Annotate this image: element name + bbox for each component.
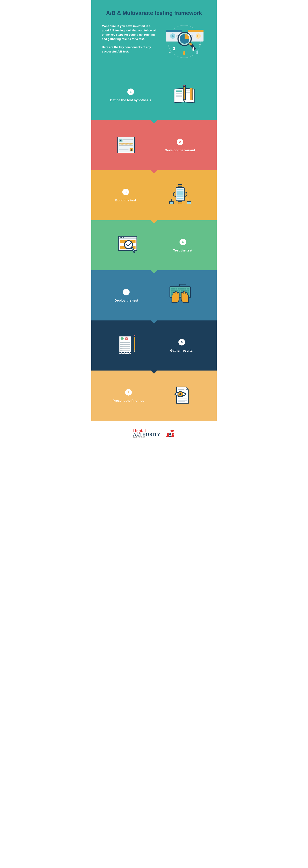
- svg-rect-74: [171, 288, 173, 289]
- step-2-label: Develop the variant: [165, 148, 195, 152]
- svg-point-66: [120, 237, 120, 238]
- step-6: 6 Gather results.: [170, 339, 193, 352]
- hero-title: A/B & Multivariate testing framework: [102, 10, 206, 16]
- svg-rect-89: [188, 290, 189, 291]
- svg-rect-21: [173, 49, 175, 50]
- svg-rect-37: [183, 87, 186, 99]
- svg-point-68: [123, 237, 124, 238]
- browser-check-icon: [116, 233, 142, 257]
- svg-text:+: +: [121, 337, 123, 340]
- svg-rect-112: [120, 348, 122, 349]
- az-document-icon: A Z: [113, 133, 139, 157]
- svg-rect-105: [125, 338, 128, 339]
- step-3: 3 Build the test: [115, 189, 136, 202]
- svg-point-28: [169, 52, 170, 53]
- svg-rect-75: [173, 288, 175, 289]
- svg-rect-45: [123, 140, 133, 141]
- step-5: 5 Deploy the test: [115, 289, 138, 302]
- svg-rect-111: [122, 346, 130, 347]
- svg-rect-77: [178, 288, 179, 289]
- svg-point-128: [170, 430, 174, 432]
- svg-rect-2: [166, 30, 182, 32]
- svg-rect-62: [169, 202, 173, 204]
- step-4: 4 Test the test: [173, 239, 192, 252]
- svg-point-125: [167, 433, 169, 435]
- svg-rect-53: [177, 189, 184, 190]
- svg-point-127: [172, 433, 174, 435]
- svg-rect-121: [178, 400, 187, 401]
- svg-rect-31: [176, 93, 182, 94]
- svg-rect-114: [120, 350, 122, 351]
- step-1: 1 Define the test hypothesis: [110, 89, 151, 102]
- step-7-section: 7 Present the findings: [91, 371, 217, 421]
- svg-point-126: [169, 433, 171, 435]
- footer: Digital AUTHORITY PARTNERS: [91, 421, 217, 446]
- svg-text:A: A: [172, 34, 174, 38]
- svg-rect-23: [183, 53, 185, 55]
- step-3-section: 3 Build the test: [91, 170, 217, 220]
- step-7-number: 7: [125, 389, 132, 396]
- step-4-number: 4: [179, 239, 186, 245]
- svg-rect-55: [177, 193, 184, 195]
- svg-point-67: [121, 237, 122, 238]
- step-3-label: Build the test: [115, 198, 136, 202]
- svg-point-20: [173, 47, 175, 49]
- svg-rect-106: [120, 342, 122, 343]
- svg-rect-25: [193, 49, 194, 51]
- step-2: 2 Develop the variant: [165, 138, 195, 152]
- svg-point-29: [199, 44, 201, 45]
- svg-rect-118: [134, 335, 136, 337]
- svg-rect-39: [183, 85, 186, 87]
- svg-rect-109: [122, 344, 130, 345]
- svg-rect-113: [122, 348, 130, 348]
- hero-illustration: A B: [162, 24, 206, 59]
- svg-rect-85: [179, 290, 180, 291]
- svg-rect-50: [119, 147, 131, 147]
- svg-rect-76: [175, 288, 177, 289]
- svg-rect-60: [178, 202, 182, 204]
- step-7: 7 Present the findings: [112, 389, 144, 402]
- svg-rect-78: [180, 288, 182, 289]
- infographic: A/B & Multivariate testing framework Mak…: [91, 0, 217, 446]
- step-1-number: 1: [128, 89, 134, 95]
- svg-point-26: [196, 51, 198, 52]
- step-4-label: Test the test: [173, 248, 192, 252]
- svg-rect-46: [123, 141, 131, 142]
- svg-rect-9: [188, 30, 203, 32]
- svg-rect-108: [120, 344, 122, 345]
- svg-rect-47: [119, 144, 133, 145]
- svg-text:B: B: [197, 34, 199, 38]
- svg-rect-32: [176, 95, 182, 96]
- step-7-label: Present the findings: [112, 399, 144, 402]
- svg-rect-120: [178, 399, 187, 399]
- open-book-pencil-icon: [171, 83, 198, 107]
- svg-rect-51: [119, 149, 129, 150]
- svg-rect-90: [171, 292, 173, 293]
- svg-point-22: [183, 51, 185, 53]
- step-5-section: 5 Deploy the test: [91, 270, 217, 320]
- step-6-label: Gather results.: [170, 348, 193, 352]
- svg-rect-49: [119, 146, 133, 146]
- people-icon: [166, 429, 175, 437]
- step-6-number: 6: [178, 339, 185, 345]
- svg-rect-63: [187, 202, 191, 204]
- svg-rect-107: [122, 342, 130, 343]
- svg-rect-86: [181, 290, 183, 291]
- svg-text:Z: Z: [131, 149, 132, 151]
- svg-rect-36: [190, 88, 193, 100]
- svg-rect-80: [185, 288, 186, 289]
- hero-section: A/B & Multivariate testing framework Mak…: [91, 0, 217, 70]
- step-6-section: + 6 Gather results.: [91, 320, 217, 371]
- svg-text:A: A: [120, 139, 122, 142]
- svg-rect-82: [171, 290, 174, 291]
- svg-point-124: [179, 393, 181, 395]
- svg-rect-115: [122, 350, 130, 350]
- step-2-section: A Z 2 Develop the variant: [91, 120, 217, 170]
- svg-rect-65: [118, 236, 137, 239]
- step-4-section: 4 Test the test: [91, 220, 217, 270]
- step-5-number: 5: [123, 289, 130, 296]
- svg-rect-56: [177, 195, 184, 197]
- hero-copy: Make sure, if you have invested in a goo…: [102, 24, 157, 58]
- step-2-number: 2: [177, 138, 183, 145]
- svg-rect-79: [183, 288, 184, 289]
